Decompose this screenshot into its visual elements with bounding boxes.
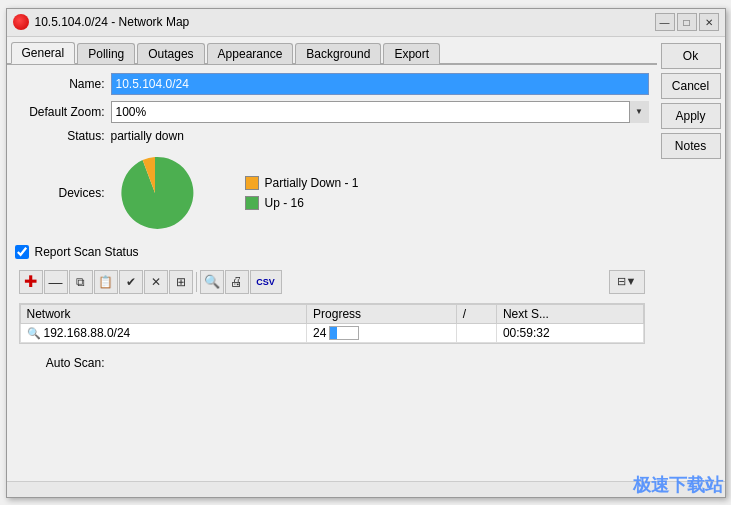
main-content: General Polling Outages Appearance Backg…	[7, 37, 725, 481]
col-progress: Progress	[307, 304, 457, 323]
col-divider: /	[456, 304, 496, 323]
progress-cell: 24	[313, 326, 450, 340]
main-window: 10.5.104.0/24 - Network Map — □ ✕ Genera…	[6, 8, 726, 498]
progress-fill	[330, 327, 337, 339]
status-bar	[7, 481, 725, 497]
cell-next-scan: 00:59:32	[496, 323, 643, 342]
apply-button[interactable]: Apply	[661, 103, 721, 129]
legend-partially-down-label: Partially Down - 1	[265, 176, 359, 190]
cell-network: 🔍192.168.88.0/24	[20, 323, 307, 342]
cell-slash	[456, 323, 496, 342]
cell-progress: 24	[307, 323, 457, 342]
name-row: Name:	[15, 73, 649, 95]
zoom-select[interactable]: 100% 75% 50% 125% 150%	[111, 101, 649, 123]
form-area: Name: Default Zoom: 100% 75% 50% 125% 15…	[7, 65, 657, 481]
print-button[interactable]: 🖨	[225, 270, 249, 294]
notes-button[interactable]: Notes	[661, 133, 721, 159]
close-button[interactable]: ✕	[699, 13, 719, 31]
cancel-button[interactable]: Cancel	[661, 73, 721, 99]
pie-legend: Partially Down - 1 Up - 16	[245, 176, 359, 210]
devices-label: Devices:	[15, 186, 105, 200]
tab-bar: General Polling Outages Appearance Backg…	[7, 37, 657, 65]
zoom-row: Default Zoom: 100% 75% 50% 125% 150% ▼	[15, 101, 649, 123]
report-scan-row: Report Scan Status	[15, 243, 649, 261]
autoscan-label: Auto Scan:	[15, 354, 105, 370]
csv-button[interactable]: CSV	[250, 270, 282, 294]
tab-polling[interactable]: Polling	[77, 43, 135, 64]
status-value: partially down	[111, 129, 184, 143]
toolbar-left: ✚ — ⧉ 📋 ✔ ✕ ⊞ 🔍 🖨 CSV	[19, 270, 282, 294]
tab-appearance[interactable]: Appearance	[207, 43, 294, 64]
tab-general[interactable]: General	[11, 42, 76, 64]
name-input[interactable]	[111, 73, 649, 95]
minimize-button[interactable]: —	[655, 13, 675, 31]
ok-button[interactable]: Ok	[661, 43, 721, 69]
zoom-select-wrapper: 100% 75% 50% 125% 150% ▼	[111, 101, 649, 123]
report-scan-checkbox[interactable]	[15, 245, 29, 259]
scan-table: Network Progress / Next S... 🔍192.168.88…	[20, 304, 644, 343]
devices-row: Devices:	[15, 149, 649, 237]
left-panel: General Polling Outages Appearance Backg…	[7, 37, 657, 481]
name-label: Name:	[15, 77, 105, 91]
pie-chart	[115, 153, 195, 233]
autoscan-row: Auto Scan:	[15, 350, 649, 473]
window-controls: — □ ✕	[655, 13, 719, 31]
right-panel: Ok Cancel Apply Notes	[657, 37, 725, 481]
add-button[interactable]: ✚	[19, 270, 43, 294]
window-title: 10.5.104.0/24 - Network Map	[35, 15, 655, 29]
col-network: Network	[20, 304, 307, 323]
legend-up: Up - 16	[245, 196, 359, 210]
progress-bar	[329, 326, 359, 340]
tab-outages[interactable]: Outages	[137, 43, 204, 64]
legend-up-label: Up - 16	[265, 196, 304, 210]
toolbar-separator	[196, 272, 197, 292]
grid-button[interactable]: ⊞	[169, 270, 193, 294]
report-scan-label[interactable]: Report Scan Status	[35, 245, 139, 259]
title-bar: 10.5.104.0/24 - Network Map — □ ✕	[7, 9, 725, 37]
pie-chart-area: Partially Down - 1 Up - 16	[115, 153, 359, 233]
view-options-button[interactable]: ⊟▼	[609, 270, 645, 294]
find-button[interactable]: 🔍	[200, 270, 224, 294]
col-next-scan: Next S...	[496, 304, 643, 323]
copy-button[interactable]: ⧉	[69, 270, 93, 294]
maximize-button[interactable]: □	[677, 13, 697, 31]
tab-background[interactable]: Background	[295, 43, 381, 64]
toolbar-right: ⊟▼	[609, 270, 645, 294]
status-label: Status:	[15, 129, 105, 143]
scan-toolbar: ✚ — ⧉ 📋 ✔ ✕ ⊞ 🔍 🖨 CSV ⊟▼	[15, 267, 649, 297]
legend-orange-icon	[245, 176, 259, 190]
status-row: Status: partially down	[15, 129, 649, 143]
check-button[interactable]: ✔	[119, 270, 143, 294]
scan-table-wrapper: Network Progress / Next S... 🔍192.168.88…	[19, 303, 645, 344]
remove-button[interactable]: —	[44, 270, 68, 294]
legend-partially-down: Partially Down - 1	[245, 176, 359, 190]
network-icon: 🔍	[27, 327, 41, 339]
app-icon	[13, 14, 29, 30]
progress-value: 24	[313, 326, 326, 340]
tab-export[interactable]: Export	[383, 43, 440, 64]
zoom-label: Default Zoom:	[15, 105, 105, 119]
legend-green-icon	[245, 196, 259, 210]
paste-button[interactable]: 📋	[94, 270, 118, 294]
cancel-item-button[interactable]: ✕	[144, 270, 168, 294]
table-row[interactable]: 🔍192.168.88.0/24 24	[20, 323, 643, 342]
